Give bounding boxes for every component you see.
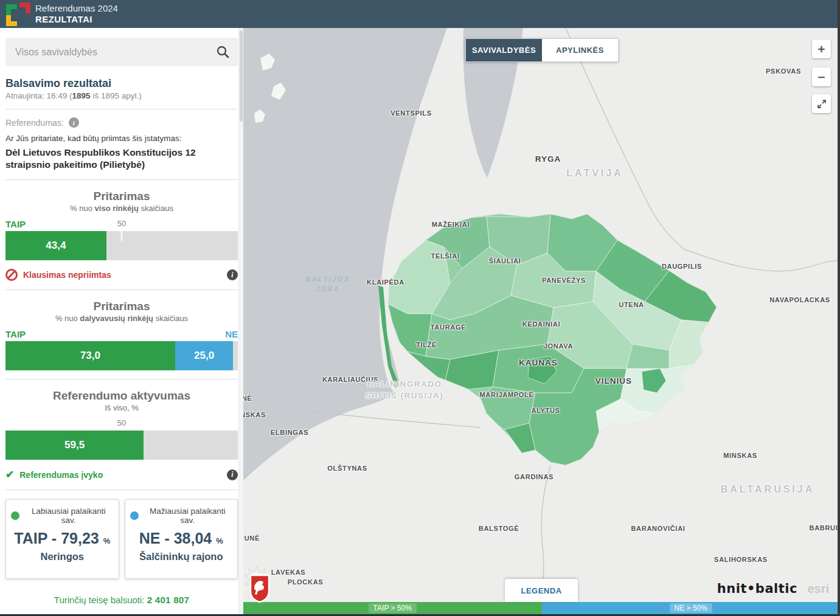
approval-total-bar-labels: TAIP 50 (5, 218, 238, 230)
map-label: PLOCKAS (288, 578, 324, 586)
updated-count: 1895 (72, 91, 91, 100)
approval-participants-title: Pritarimas (0, 300, 243, 313)
map-label: PANEVĖŽYS (542, 277, 586, 284)
tab-savivaldybes[interactable]: SAVIVALDYBĖS (466, 39, 542, 61)
turnout-bar-labels: 50 (5, 417, 238, 429)
extreme-cards: Labiausiai palaikanti sav. TAIP - 79,23 … (5, 499, 238, 579)
map-label: UTENA (619, 301, 644, 308)
municipalities-layer[interactable] (365, 198, 730, 478)
zoom-in-button[interactable]: + (812, 40, 831, 58)
search-input[interactable] (5, 38, 238, 66)
info-icon[interactable]: i (227, 269, 238, 280)
referendum-logo-icon (5, 2, 32, 27)
map-label: VILNIUS (595, 376, 632, 386)
map-label: JŪRA (316, 285, 340, 292)
card-value: NE - 38,04 (139, 530, 212, 547)
fullscreen-button[interactable] (812, 94, 831, 113)
search-icon[interactable] (216, 45, 229, 58)
card-label: Mažiausiai palaikanti sav. (143, 507, 233, 525)
divider (5, 109, 238, 109)
updated-prefix: Atnaujinta: 16:49 ( (5, 91, 72, 100)
info-icon[interactable]: i (227, 469, 238, 480)
map-label: NSKAS (243, 411, 266, 418)
sub-suffix: skaičiaus (153, 314, 188, 323)
fifty-tick-label: 50 (117, 219, 126, 228)
turnout-subtitle: Iš viso, % (0, 403, 243, 412)
zoom-out-button[interactable]: − (812, 67, 831, 86)
app-title-line2: REZULTATAI (35, 14, 118, 25)
eligible-voters-line: Turinčių teisę balsuoti: 2 401 807 (0, 595, 243, 605)
approval-total-fill: 43,4 (5, 231, 106, 260)
legend-bar-no: NE > 50% (542, 602, 840, 614)
rejected-icon (5, 269, 18, 281)
approval-total-value: 43,4 (46, 240, 66, 252)
municipality-search[interactable] (5, 38, 238, 66)
turnout-value: 59,5 (64, 439, 85, 451)
map-label: DAUGPILIS (662, 263, 702, 270)
eligible-value: 2 401 807 (147, 595, 189, 605)
least-supportive-card: Mažiausiai palaikanti sav. NE - 38,04 % … (125, 499, 238, 579)
sub-bold: dalyvavusių rinkėjų (80, 314, 153, 323)
turnout-bar: 59,5 (5, 431, 238, 460)
map-attribution: hnit•baltic esri (717, 581, 829, 596)
map-label: BALTIJOS (305, 275, 350, 283)
question-intro: Ar Jūs pritariate, kad būtų priimtas šis… (5, 134, 238, 143)
legend-no-label: NE > 50% (670, 603, 712, 613)
occurred-status: Referendumas įvyko (19, 470, 103, 480)
checkmark-icon: ✔ (5, 468, 14, 481)
page-scrollbar[interactable] (838, 0, 840, 616)
map-container[interactable]: VENTSPILSRYGALATVIJAPSKOVASDAUGPILISNAVA… (243, 28, 840, 616)
esri-logo: esri (807, 582, 829, 595)
participants-no-value: 25,0 (194, 350, 214, 362)
map-label: BALTARUSIJA (721, 484, 815, 495)
fifty-tick-label: 50 (117, 418, 126, 427)
map-label: ALYTUS (531, 407, 560, 414)
map-label: TILŽĖ (416, 341, 437, 348)
map-label: SRITIS (RUSIJA) (366, 391, 443, 400)
legend-bar-yes: TAIP > 50% (243, 602, 542, 614)
turnout-fill: 59,5 (5, 431, 144, 460)
approval-total-bar: 43,4 (5, 231, 238, 260)
map-label: ELBINGAS (271, 429, 308, 436)
card-dot (11, 511, 19, 520)
fifty-tick-mark (121, 231, 123, 241)
most-supportive-card: Labiausiai palaikanti sav. TAIP - 79,23 … (5, 499, 119, 579)
app-header: Referendumas 2024 REZULTATAI (0, 0, 840, 28)
map-label: VENTSPILS (390, 109, 431, 117)
sub-suffix: skaičiaus (139, 204, 173, 213)
legend-button[interactable]: LEGENDA (505, 579, 578, 602)
map-label: TAURAGĖ (431, 324, 466, 331)
hnit-baltic-logo: hnit•baltic (717, 581, 797, 596)
map-label: GARDINAS (515, 473, 554, 480)
app-title-line1: Referendumas 2024 (35, 3, 118, 13)
map-label: RYGA (535, 154, 561, 164)
approval-participants-subtitle: % nuo dalyvavusių rinkėjų skaičiaus (0, 314, 243, 323)
question-title: Dėl Lietuvos Respublikos Konstitucijos 1… (5, 147, 238, 171)
yes-label: TAIP (5, 329, 26, 339)
results-title: Balsavimo rezultatai (5, 77, 238, 90)
tab-apylinkes[interactable]: APYLINKĖS (542, 39, 618, 61)
map-label: KAUNAS (519, 358, 558, 367)
legend-bar: TAIP > 50% NE > 50% (243, 602, 840, 614)
card-dot (130, 511, 139, 520)
card-municipality: Neringos (11, 551, 114, 562)
info-icon[interactable]: i (69, 117, 79, 128)
updated-suffix: iš 1895 apyl.) (91, 91, 142, 100)
card-value: TAIP - 79,23 (14, 530, 99, 547)
percent-sign: % (216, 536, 223, 545)
coat-of-arms (245, 566, 272, 603)
map-mode-toggle: SAVIVALDYBĖS APYLINKĖS (465, 38, 619, 62)
sidebar-scrollbar[interactable] (238, 28, 243, 614)
map-label: NAVAPOLACKAS (769, 296, 830, 303)
no-label: NE (225, 329, 238, 339)
map-label: OLŠTYNAS (327, 465, 367, 472)
map-label: KLAIPĖDA (367, 279, 404, 286)
legend-yes-label: TAIP > 50% (369, 603, 417, 613)
divider (5, 490, 238, 490)
participants-yes-value: 73,0 (80, 350, 100, 362)
approval-total-subtitle: % nuo viso rinkėjų skaičiaus (0, 204, 243, 213)
expand-icon (817, 99, 827, 109)
yes-label: TAIP (5, 219, 26, 229)
app-title: Referendumas 2024 REZULTATAI (35, 3, 118, 25)
sub-bold: viso rinkėjų (95, 204, 139, 213)
